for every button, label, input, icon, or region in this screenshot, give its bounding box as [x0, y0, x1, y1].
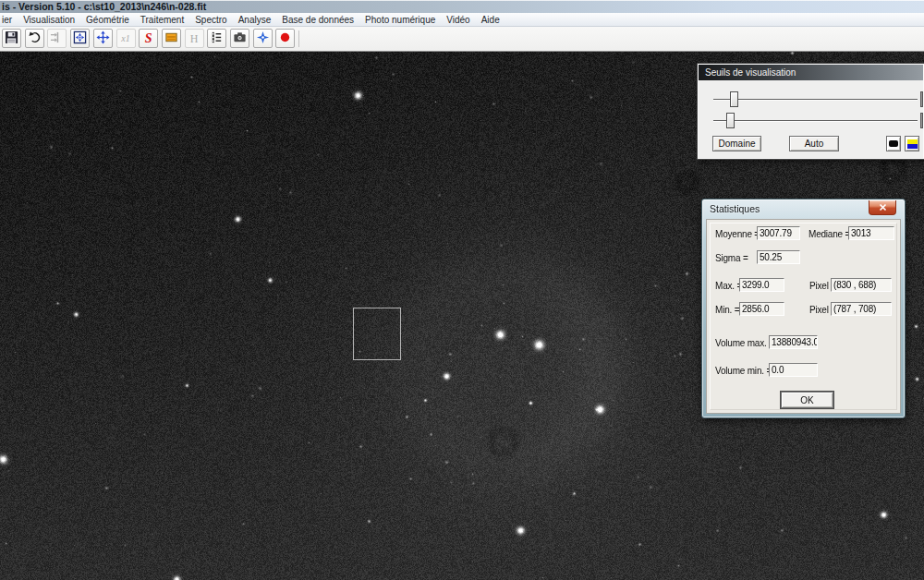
toolbar-separator — [298, 30, 299, 47]
auto-button[interactable]: Auto — [789, 136, 839, 151]
record-button[interactable] — [275, 29, 295, 48]
sigma-label: Sigma = — [715, 253, 748, 263]
save-button[interactable] — [2, 29, 21, 48]
pan-icon — [96, 30, 110, 47]
threshold-button[interactable] — [162, 29, 181, 48]
iris-application-window: is - Version 5.10 - c:\st10_2013\n246\n-… — [0, 0, 924, 580]
fit-window-icon — [50, 30, 64, 47]
statistics-dialog-body: Moyenne = 3007.79 Mediane = 3013 Sigma =… — [706, 219, 901, 414]
sigma-field[interactable]: 50.25 — [757, 250, 800, 264]
min-pixel-field[interactable]: (787 , 708) — [831, 302, 892, 316]
magic-wand-button[interactable] — [253, 29, 273, 48]
menu-item-base-de-donnees[interactable]: Base de données — [282, 15, 354, 25]
slice-button[interactable]: S — [139, 29, 158, 48]
menu-item-aide[interactable]: Aide — [481, 15, 500, 25]
menu-bar: ierVisualisationGéométrieTraitementSpect… — [0, 13, 924, 27]
moyenne-label: Moyenne = — [715, 229, 760, 239]
record-icon — [278, 30, 292, 47]
fit-window-button — [47, 29, 67, 48]
black-white-palette-button[interactable] — [886, 136, 901, 151]
menu-item-photo-numerique[interactable]: Photo numérique — [365, 15, 435, 25]
volume-min-field[interactable]: 0.0 — [769, 363, 818, 377]
close-button[interactable] — [869, 200, 896, 215]
volume-max-label: Volume max. = — [715, 338, 774, 348]
menu-item-fichier[interactable]: ier — [2, 15, 12, 25]
undo-button[interactable] — [25, 29, 44, 48]
max-pixel-field[interactable]: (830 , 688) — [831, 278, 892, 292]
volume-min-label: Volume min. = — [715, 366, 772, 376]
thresholds-panel-titlebar[interactable]: Seuils de visualisation — [699, 65, 923, 80]
menu-item-traitement[interactable]: Traitement — [140, 15, 184, 25]
ok-button[interactable]: OK — [781, 392, 833, 408]
full-view-icon — [73, 30, 87, 47]
thresholds-panel: Seuils de visualisation Domaine Auto — [698, 64, 924, 159]
statistics-dialog: Statistiques Moyenne = 3007.79 Mediane =… — [701, 199, 906, 418]
menu-item-video[interactable]: Vidéo — [446, 15, 469, 25]
window-title: is - Version 5.10 - c:\st10_2013\n246\n-… — [0, 1, 924, 13]
menu-item-analyse[interactable]: Analyse — [238, 15, 272, 25]
low-threshold-slider-thumb[interactable] — [726, 113, 735, 128]
mediane-field[interactable]: 3013 — [848, 226, 894, 240]
snapshot-button[interactable] — [230, 29, 249, 48]
slice-icon: S — [145, 32, 152, 45]
low-threshold-slider-end — [920, 113, 923, 128]
mediane-label: Mediane = — [808, 229, 850, 239]
low-threshold-slider-track[interactable] — [713, 120, 918, 122]
zoom-x1-icon: x1 — [121, 34, 129, 43]
max-field[interactable]: 3299.0 — [739, 278, 784, 292]
yellow-blue-swatch-icon — [907, 139, 918, 149]
full-view-button[interactable] — [70, 29, 90, 48]
magic-wand-icon — [256, 30, 270, 47]
menu-item-geometrie[interactable]: Géométrie — [86, 15, 129, 25]
menu-item-visualisation[interactable]: Visualisation — [23, 15, 75, 25]
save-icon — [5, 30, 18, 47]
domaine-button[interactable]: Domaine — [712, 136, 761, 151]
window-titlebar[interactable]: is - Version 5.10 - c:\st10_2013\n246\n-… — [0, 0, 924, 13]
high-threshold-slider-end — [920, 91, 923, 107]
threshold-icon — [164, 30, 178, 47]
toolbar: x1SH — [0, 27, 924, 52]
min-field[interactable]: 2856.0 — [739, 302, 784, 316]
histogram-button: H — [185, 29, 204, 48]
high-threshold-slider-track[interactable] — [713, 99, 918, 101]
menu-item-spectro[interactable]: Spectro — [195, 15, 226, 25]
close-icon — [879, 203, 887, 211]
black-swatch-icon — [889, 140, 898, 147]
console-button[interactable] — [207, 29, 226, 48]
camera-icon — [233, 30, 247, 47]
undo-icon — [28, 30, 42, 47]
moyenne-field[interactable]: 3007.79 — [757, 226, 800, 240]
pan-button[interactable] — [93, 29, 113, 48]
high-threshold-slider-thumb[interactable] — [730, 91, 738, 107]
zoom-x1-button: x1 — [116, 29, 136, 48]
min-label: Min. = — [715, 305, 739, 315]
false-color-palette-button[interactable] — [905, 136, 919, 151]
histogram-icon: H — [190, 33, 199, 44]
selection-rectangle[interactable] — [353, 308, 401, 360]
command-console-icon — [210, 30, 224, 47]
volume-max-field[interactable]: 13880943.0 — [769, 335, 818, 349]
max-label: Max. = — [715, 281, 742, 291]
